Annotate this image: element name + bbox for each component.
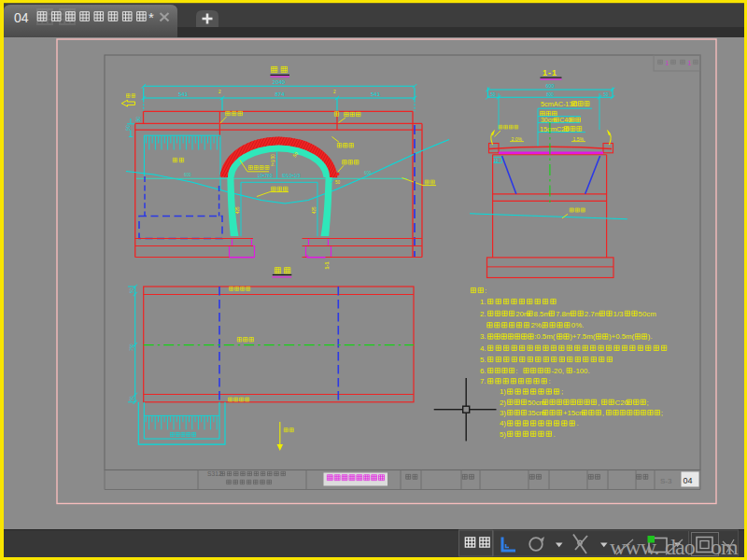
svg-text:2.: 2. (480, 310, 486, 318)
svg-text:874: 874 (275, 91, 285, 97)
svg-text:541: 541 (178, 91, 189, 97)
svg-text:7.: 7. (480, 377, 486, 385)
svg-text:0%.: 0%. (571, 321, 584, 329)
svg-text:7.8m: 7.8m (556, 310, 571, 318)
svg-text:50: 50 (130, 287, 134, 293)
svg-text::: : (485, 287, 486, 295)
svg-text:;: ; (661, 409, 663, 417)
svg-text:)+0.5m(: )+0.5m( (609, 332, 634, 341)
svg-text:2040: 2040 (273, 79, 286, 85)
svg-text:f0/L0=1/3: f0/L0=1/3 (282, 174, 301, 178)
svg-text:;: ; (561, 387, 563, 396)
svg-text:f=1/30: f=1/30 (271, 154, 275, 166)
svg-text:1): 1) (500, 387, 506, 396)
svg-text:10: 10 (494, 159, 500, 163)
svg-text:1/3: 1/3 (613, 310, 624, 318)
svg-text::0.5m(: :0.5m( (534, 332, 555, 341)
svg-text:)+7.5m(: )+7.5m( (570, 332, 595, 341)
svg-text:04: 04 (684, 476, 693, 485)
svg-text:50: 50 (135, 117, 141, 122)
svg-text:-20,: -20, (552, 367, 564, 375)
svg-text:).: ). (648, 332, 653, 341)
svg-text:1: 1 (688, 60, 692, 66)
svg-text:1-1: 1-1 (543, 68, 557, 77)
svg-text:50cm: 50cm (639, 310, 656, 318)
svg-text:;: ; (647, 399, 649, 407)
svg-text:50: 50 (603, 92, 609, 97)
svg-text:.: . (577, 419, 579, 427)
svg-text:1.5%: 1.5% (573, 136, 585, 142)
svg-text:50: 50 (335, 180, 341, 185)
svg-text:1-1: 1-1 (324, 262, 330, 270)
svg-text:5.: 5. (480, 356, 486, 364)
svg-text:4.: 4. (480, 344, 486, 353)
svg-text:om: om (711, 535, 739, 559)
svg-text:750: 750 (130, 343, 134, 351)
svg-text:2.0%: 2.0% (512, 136, 523, 142)
svg-text:,: , (598, 399, 599, 407)
svg-text:600: 600 (184, 173, 191, 177)
svg-text:541: 541 (371, 91, 381, 97)
svg-text:50: 50 (130, 396, 134, 401)
svg-text:L0=780: L0=780 (258, 174, 273, 178)
svg-text:2): 2) (500, 399, 506, 407)
svg-text::: : (515, 367, 517, 375)
svg-text:800: 800 (546, 92, 554, 97)
svg-text:425: 425 (312, 206, 317, 214)
svg-text:S-3: S-3 (660, 477, 672, 485)
svg-text:3.: 3. (480, 332, 486, 341)
svg-text:*: * (148, 9, 154, 25)
svg-text:2%,: 2%, (530, 321, 543, 329)
svg-text:50: 50 (490, 92, 496, 97)
svg-text::: : (548, 377, 550, 385)
svg-text:3): 3) (500, 409, 506, 417)
svg-text:1.: 1. (480, 298, 486, 306)
svg-text:2.7m: 2.7m (585, 310, 600, 318)
svg-text:1: 1 (666, 60, 669, 66)
svg-text:S312: S312 (207, 470, 222, 477)
svg-text:,: , (602, 409, 604, 417)
svg-text:600: 600 (364, 171, 372, 175)
svg-text:600: 600 (545, 83, 554, 89)
svg-text:425: 425 (235, 206, 240, 214)
svg-text:-100.: -100. (573, 367, 590, 375)
svg-text:6.: 6. (480, 367, 486, 375)
svg-text:4): 4) (500, 419, 506, 427)
svg-text:.: . (554, 430, 556, 439)
svg-text:8.5m: 8.5m (534, 310, 550, 318)
svg-text:www.: www. (610, 535, 658, 559)
svg-text:04: 04 (14, 10, 29, 25)
svg-text:dao: dao (665, 535, 696, 559)
svg-text:5): 5) (500, 430, 506, 439)
svg-text:50: 50 (125, 125, 131, 131)
